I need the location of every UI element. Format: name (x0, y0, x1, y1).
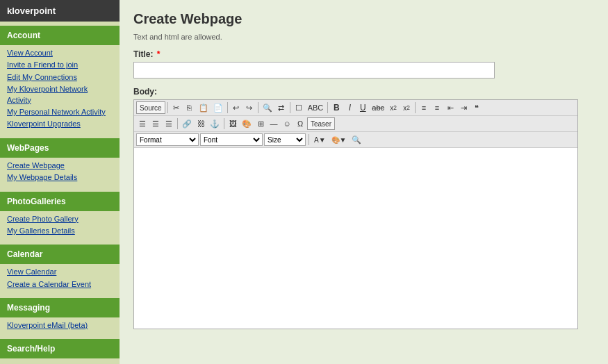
webpages-links: Create Webpage My Webpage Details (0, 158, 120, 188)
unlink-button[interactable]: ⛓ (195, 117, 207, 130)
tb-sep6 (415, 102, 416, 113)
paste-text-button[interactable]: 📄 (211, 101, 225, 114)
view-account-link[interactable]: View Account (7, 48, 113, 58)
sidebar-section-galleries: PhotoGalleries (0, 192, 120, 211)
create-webpage-link[interactable]: Create Webpage (7, 160, 113, 171)
teaser-button[interactable]: Teaser (307, 117, 335, 130)
color-button[interactable]: 🎨 (240, 117, 254, 130)
email-link[interactable]: Kloverpoint eMail (beta) (7, 320, 113, 331)
blockquote-button[interactable]: ❝ (470, 101, 483, 114)
tb-sep7 (177, 118, 178, 129)
sidebar-section-calendar: Calendar (0, 245, 120, 264)
brand-header: kloverpoint (0, 0, 120, 22)
indent-button[interactable]: ⇥ (457, 101, 470, 114)
italic-button[interactable]: I (343, 101, 356, 114)
special-char-button[interactable]: Ω (294, 117, 306, 130)
align-right-button[interactable]: ☰ (163, 117, 175, 130)
subtitle: Text and html are allowed. (133, 33, 594, 41)
undo-button[interactable]: ↩ (230, 101, 243, 114)
spell-check-button[interactable]: ABC (306, 101, 326, 114)
required-star: * (157, 49, 161, 59)
view-calendar-link[interactable]: View Calendar (7, 267, 113, 277)
upgrades-link[interactable]: Kloverpoint Upgrades (7, 119, 113, 129)
toolbar-row3: Format Font Size A▼ 🎨▼ 🔍 (134, 132, 577, 148)
rich-text-editor: Source ✂ ⎘ 📋 📄 ↩ ↪ 🔍 ⇄ ☐ ABC B I U abc x… (133, 99, 578, 329)
create-gallery-link[interactable]: Create Photo Gallery (7, 214, 113, 224)
ordered-list-button[interactable]: ≡ (431, 101, 443, 114)
title-field-label: Title: * (133, 49, 594, 59)
network-activity-link[interactable]: My Kloverpoint Network Activity (7, 84, 113, 106)
page-title: Create Webpage (133, 11, 594, 27)
main-content: Create Webpage Text and html are allowed… (120, 0, 608, 364)
source-button[interactable]: Source (136, 101, 165, 114)
brand-label: kloverpoint (7, 6, 56, 16)
tb-sep9 (309, 134, 309, 145)
sidebar-section-webpages: WebPages (0, 138, 120, 158)
body-label: Body: (133, 87, 594, 97)
bold-button[interactable]: B (330, 101, 343, 114)
redo-button[interactable]: ↪ (243, 101, 256, 114)
tb-sep2 (227, 102, 228, 113)
bg-color-button[interactable]: 🎨▼ (329, 133, 349, 146)
editor-body-area[interactable] (134, 148, 577, 329)
underline-button[interactable]: U (356, 101, 369, 114)
replace-button[interactable]: ⇄ (275, 101, 288, 114)
tb-sep5 (327, 102, 328, 113)
tb-sep1 (167, 102, 168, 113)
title-input[interactable] (133, 62, 495, 78)
personal-activity-link[interactable]: My Personal Network Activity (7, 107, 113, 117)
toolbar-row2: ☰ ☰ ☰ 🔗 ⛓ ⚓ 🖼 🎨 ⊞ — ☺ Ω Teaser (134, 116, 577, 132)
messaging-links: Kloverpoint eMail (beta) (0, 317, 120, 335)
webpage-details-link[interactable]: My Webpage Details (7, 172, 113, 183)
subscript-button[interactable]: x2 (387, 101, 400, 114)
calendar-links: View Calendar Create a Calendar Event (0, 264, 120, 294)
font-color-button[interactable]: A▼ (312, 133, 328, 146)
format-select[interactable]: Format (136, 133, 199, 146)
sidebar: kloverpoint Account View Account Invite … (0, 0, 120, 364)
galleries-details-link[interactable]: My Galleries Details (7, 226, 113, 236)
account-links: View Account Invite a Friend to join Edi… (0, 45, 120, 134)
superscript-button[interactable]: x2 (400, 101, 413, 114)
font-select[interactable]: Font (200, 133, 263, 146)
link-button[interactable]: 🔗 (180, 117, 194, 130)
size-select[interactable]: Size (264, 133, 306, 146)
cut-button[interactable]: ✂ (170, 101, 183, 114)
outdent-button[interactable]: ⇤ (444, 101, 457, 114)
image-button[interactable]: 🖼 (227, 117, 239, 130)
copy-button[interactable]: ⎘ (183, 101, 196, 114)
toolbar-row1: Source ✂ ⎘ 📋 📄 ↩ ↪ 🔍 ⇄ ☐ ABC B I U abc x… (134, 100, 577, 116)
sidebar-section-search: Search/Help (0, 339, 120, 358)
smiley-button[interactable]: ☺ (281, 117, 293, 130)
create-event-link[interactable]: Create a Calendar Event (7, 279, 113, 290)
unordered-list-button[interactable]: ≡ (418, 101, 430, 114)
zoom-button[interactable]: 🔍 (350, 133, 363, 146)
strikethrough-button[interactable]: abc (370, 101, 386, 114)
paste-button[interactable]: 📋 (197, 101, 211, 114)
tb-sep8 (224, 118, 224, 129)
edit-connections-link[interactable]: Edit My Connections (7, 72, 113, 83)
body-textarea[interactable] (134, 148, 577, 329)
anchor-button[interactable]: ⚓ (208, 117, 222, 130)
invite-friend-link[interactable]: Invite a Friend to join (7, 60, 113, 70)
find-button[interactable]: 🔍 (261, 101, 274, 114)
hr-button[interactable]: — (268, 117, 280, 130)
galleries-links: Create Photo Gallery My Galleries Detail… (0, 211, 120, 241)
align-left-button[interactable]: ☰ (136, 117, 149, 130)
align-center-button[interactable]: ☰ (149, 117, 162, 130)
table-button[interactable]: ⊞ (254, 117, 267, 130)
tb-sep3 (258, 102, 258, 113)
tb-sep4 (290, 102, 290, 113)
sidebar-section-account: Account (0, 26, 120, 45)
sidebar-section-messaging: Messaging (0, 298, 120, 317)
select-all-button[interactable]: ☐ (293, 101, 305, 114)
